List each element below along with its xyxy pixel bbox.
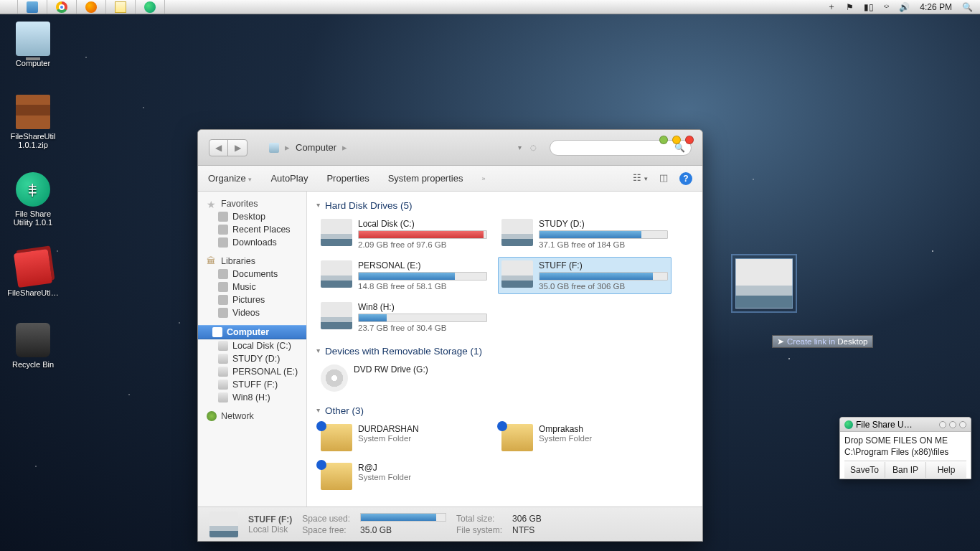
drive-item[interactable]: Win8 (H:) 23.7 GB free of 30.4 GB — [317, 298, 491, 336]
drive-item[interactable]: Local Disk (C:) 2.09 GB free of 97.6 GB — [317, 215, 491, 253]
app-icon — [14, 249, 52, 288]
sidebar-network-header[interactable]: Network — [198, 410, 306, 423]
trash-icon — [16, 323, 50, 357]
flag-icon[interactable]: ⚑ — [846, 2, 854, 12]
drive-icon — [218, 354, 228, 364]
system-properties-button[interactable]: System properties — [388, 173, 463, 184]
drive-name: Win8 (H:) — [358, 302, 487, 312]
properties-button[interactable]: Properties — [326, 173, 369, 184]
sidebar-item-recent[interactable]: Recent Places — [198, 223, 306, 236]
close-button[interactable] — [685, 136, 694, 144]
drive-icon — [218, 367, 228, 377]
clock[interactable]: 4:26 PM — [920, 2, 952, 12]
util-maximize-button[interactable] — [949, 421, 956, 428]
chevron-right-icon: ▸ — [285, 142, 290, 153]
battery-icon[interactable]: ▮▯ — [864, 2, 874, 12]
videos-icon — [218, 308, 228, 318]
folder-name: Omprakash — [539, 424, 668, 434]
drive-icon — [501, 219, 533, 246]
preview-pane-icon[interactable]: ◫ — [659, 172, 668, 185]
util-path: C:\Program Files (x86)\files — [844, 446, 966, 458]
sidebar-libraries-header[interactable]: 🏛Libraries — [198, 255, 306, 268]
explorer-window: ◀ ▶ ▸ Computer ▸ ▾ ◌ 🔍 Organize ▾ AutoPl… — [197, 129, 703, 542]
minimize-button[interactable] — [659, 136, 668, 144]
volume-icon[interactable]: 🔊 — [899, 2, 910, 12]
sidebar-item-computer[interactable]: Computer — [198, 325, 306, 339]
file-share-util-window: File Share U… Drop SOME FILES ON ME C:\P… — [839, 417, 971, 479]
sidebar-favorites-header[interactable]: ★Favorites — [198, 197, 306, 210]
network-folder-item[interactable]: Omprakash System Folder — [498, 420, 672, 455]
util-saveto-button[interactable]: SaveTo — [844, 462, 885, 478]
folder-name: DURDARSHAN — [358, 424, 487, 434]
usage-bar — [358, 230, 487, 239]
network-folder-item[interactable]: DURDARSHAN System Folder — [317, 420, 491, 455]
window-controls — [659, 136, 694, 144]
pictures-icon — [218, 295, 228, 305]
desktop-icon-label: FileShareUti… — [4, 288, 62, 297]
notes-icon — [115, 1, 126, 13]
maximize-button[interactable] — [672, 136, 681, 144]
content-pane: Hard Disk Drives (5) Local Disk (C:) 2.0… — [307, 192, 702, 507]
drive-item[interactable]: STUDY (D:) 37.1 GB free of 184 GB — [498, 215, 672, 253]
add-icon[interactable]: ＋ — [827, 1, 836, 13]
breadcrumb[interactable]: ▸ Computer ▸ — [269, 142, 347, 153]
overflow-icon[interactable]: » — [481, 175, 485, 182]
forward-button[interactable]: ▶ — [228, 140, 247, 156]
help-icon[interactable]: ? — [679, 172, 692, 185]
sidebar-item-music[interactable]: Music — [198, 281, 306, 293]
dropdown-icon[interactable]: ▾ — [518, 143, 522, 151]
sidebar-item-documents[interactable]: Documents — [198, 268, 306, 281]
organize-menu[interactable]: Organize ▾ — [208, 173, 252, 184]
drive-free-text: 14.8 GB free of 58.1 GB — [358, 282, 487, 291]
drive-item-dvd[interactable]: DVD RW Drive (G:) — [317, 361, 491, 395]
titlebar[interactable]: ◀ ▶ ▸ Computer ▸ ▾ ◌ 🔍 — [198, 130, 702, 166]
bluetooth-folder-icon — [501, 424, 533, 451]
sidebar-item-downloads[interactable]: Downloads — [198, 236, 306, 249]
desktop-icon-share-util-2[interactable]: FileShareUti… — [4, 251, 62, 297]
link-arrow-icon: ➤ — [777, 337, 784, 346]
desktop-icon-recycle-bin[interactable]: Recycle Bin — [4, 323, 62, 369]
taskbar-firefox[interactable] — [77, 0, 106, 14]
drive-free-text: 37.1 GB free of 184 GB — [539, 240, 668, 249]
statusbar: STUFF (F:) Local Disk Space used: Total … — [198, 507, 702, 541]
sidebar-item-videos[interactable]: Videos — [198, 306, 306, 319]
util-help-button[interactable]: Help — [926, 462, 966, 478]
taskbar-finder[interactable] — [18, 0, 47, 14]
network-folder-item[interactable]: R@J System Folder — [317, 459, 491, 494]
apple-menu[interactable] — [0, 0, 18, 14]
refresh-icon[interactable]: ◌ — [530, 143, 537, 151]
autoplay-button[interactable]: AutoPlay — [270, 173, 308, 184]
view-options-icon[interactable]: ☷ ▾ — [633, 172, 648, 185]
star-icon: ★ — [207, 199, 217, 209]
drive-item[interactable]: STUFF (F:) 35.0 GB free of 306 GB — [498, 257, 672, 294]
sidebar-item-drive-f[interactable]: STUFF (F:) — [198, 378, 306, 391]
taskbar-chrome[interactable] — [47, 0, 77, 14]
sidebar: ★Favorites Desktop Recent Places Downloa… — [198, 192, 307, 507]
desktop-icon-computer[interactable]: Computer — [4, 22, 62, 67]
group-header-removable[interactable]: Devices with Removable Storage (1) — [317, 343, 692, 361]
util-titlebar[interactable]: File Share U… — [840, 418, 971, 432]
folder-name: R@J — [358, 463, 487, 473]
sidebar-item-desktop[interactable]: Desktop — [198, 210, 306, 223]
desktop-icon-share-util[interactable]: ⯒ File Share Utility 1.0.1 — [4, 172, 62, 227]
wifi-icon[interactable]: ⌔ — [884, 2, 889, 12]
taskbar-notes[interactable] — [106, 0, 136, 14]
group-header-hdd[interactable]: Hard Disk Drives (5) — [317, 197, 692, 215]
util-minimize-button[interactable] — [939, 421, 946, 428]
drive-item[interactable]: PERSONAL (E:) 14.8 GB free of 58.1 GB — [317, 257, 491, 294]
util-title: File Share U… — [856, 420, 936, 430]
sidebar-item-drive-h[interactable]: Win8 (H:) — [198, 391, 306, 404]
back-button[interactable]: ◀ — [209, 140, 228, 156]
computer-icon — [212, 327, 222, 337]
group-header-other[interactable]: Other (3) — [317, 402, 692, 420]
sidebar-item-pictures[interactable]: Pictures — [198, 293, 306, 306]
sidebar-item-drive-c[interactable]: Local Disk (C:) — [198, 339, 306, 352]
sidebar-item-drive-e[interactable]: PERSONAL (E:) — [198, 365, 306, 378]
taskbar-share[interactable] — [136, 0, 165, 14]
network-icon — [207, 411, 217, 421]
sidebar-item-drive-d[interactable]: STUDY (D:) — [198, 352, 306, 365]
spotlight-icon[interactable]: 🔍 — [962, 2, 973, 12]
util-close-button[interactable] — [959, 421, 966, 428]
util-banip-button[interactable]: Ban IP — [885, 462, 926, 478]
desktop-icon-zip[interactable]: FileShareUtil 1.0.1.zip — [4, 95, 62, 149]
